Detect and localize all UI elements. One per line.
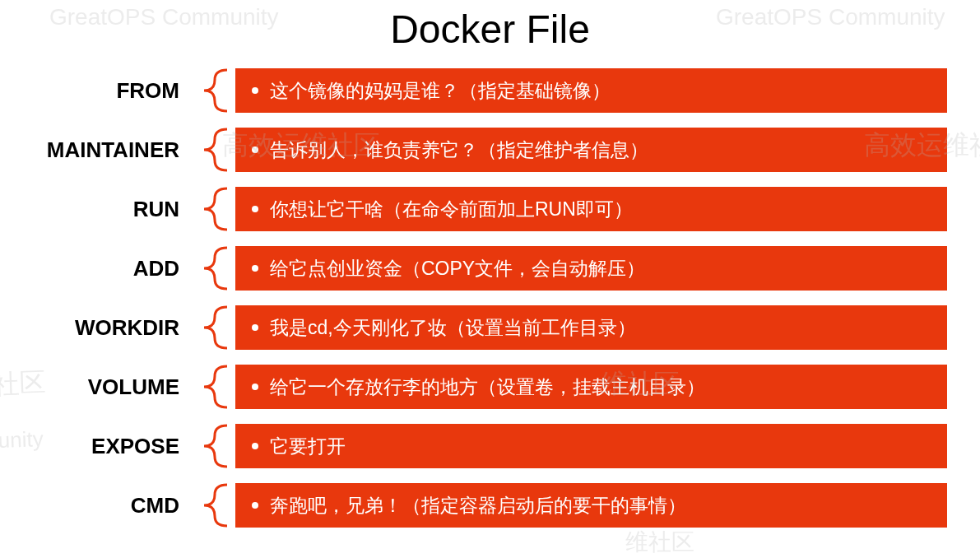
- description-text: 告诉别人，谁负责养它？（指定维护者信息）: [270, 137, 648, 163]
- diagram-row: CMD 奔跑吧，兄弟！（指定容器启动后的要干的事情）: [0, 483, 964, 528]
- command-description: 它要打开: [235, 424, 947, 468]
- brace-icon: [186, 365, 235, 409]
- description-text: 我是cd,今天刚化了妆（设置当前工作目录）: [270, 315, 636, 341]
- diagram-row: WORKDIR 我是cd,今天刚化了妆（设置当前工作目录）: [0, 305, 964, 350]
- diagram-content: FROM 这个镜像的妈妈是谁？（指定基础镜像） MAINTAINER 告诉别人，…: [0, 68, 980, 528]
- bullet-icon: [252, 87, 258, 94]
- brace-icon: [186, 68, 235, 113]
- brace-icon: [186, 305, 235, 350]
- bullet-icon: [252, 146, 258, 153]
- description-text: 奔跑吧，兄弟！（指定容器启动后的要干的事情）: [270, 493, 686, 518]
- bullet-icon: [252, 443, 258, 449]
- diagram-row: EXPOSE 它要打开: [0, 424, 964, 468]
- watermark: 维社区: [625, 527, 694, 558]
- bullet-icon: [252, 502, 258, 509]
- brace-icon: [186, 187, 235, 231]
- brace-icon: [186, 128, 235, 172]
- diagram-row: RUN 你想让它干啥（在命令前面加上RUN即可）: [0, 187, 964, 231]
- brace-icon: [186, 483, 235, 528]
- command-label: FROM: [0, 78, 186, 104]
- command-description: 奔跑吧，兄弟！（指定容器启动后的要干的事情）: [235, 483, 947, 528]
- page-title: Docker File: [0, 7, 980, 52]
- description-text: 它要打开: [270, 434, 346, 459]
- diagram-row: ADD 给它点创业资金（COPY文件，会自动解压）: [0, 246, 964, 291]
- command-label: ADD: [0, 256, 186, 281]
- command-label: MAINTAINER: [0, 137, 186, 163]
- command-description: 你想让它干啥（在命令前面加上RUN即可）: [235, 187, 947, 231]
- description-text: 你想让它干啥（在命令前面加上RUN即可）: [270, 197, 633, 222]
- bullet-icon: [252, 384, 258, 390]
- command-label: VOLUME: [0, 374, 186, 400]
- diagram-row: FROM 这个镜像的妈妈是谁？（指定基础镜像）: [0, 68, 964, 113]
- diagram-row: VOLUME 给它一个存放行李的地方（设置卷，挂载主机目录）: [0, 365, 964, 409]
- brace-icon: [186, 424, 235, 468]
- command-label: RUN: [0, 197, 186, 222]
- bullet-icon: [252, 206, 258, 212]
- description-text: 给它点创业资金（COPY文件，会自动解压）: [270, 256, 645, 281]
- command-description: 这个镜像的妈妈是谁？（指定基础镜像）: [235, 68, 947, 113]
- command-label: EXPOSE: [0, 434, 186, 459]
- bullet-icon: [252, 324, 258, 331]
- command-description: 给它点创业资金（COPY文件，会自动解压）: [235, 246, 947, 291]
- bullet-icon: [252, 265, 258, 272]
- command-label: CMD: [0, 493, 186, 518]
- command-description: 给它一个存放行李的地方（设置卷，挂载主机目录）: [235, 365, 947, 409]
- diagram-row: MAINTAINER 告诉别人，谁负责养它？（指定维护者信息）: [0, 128, 964, 172]
- brace-icon: [186, 246, 235, 291]
- description-text: 给它一个存放行李的地方（设置卷，挂载主机目录）: [270, 374, 705, 400]
- command-description: 告诉别人，谁负责养它？（指定维护者信息）: [235, 128, 947, 172]
- command-label: WORKDIR: [0, 315, 186, 341]
- command-description: 我是cd,今天刚化了妆（设置当前工作目录）: [235, 305, 947, 350]
- description-text: 这个镜像的妈妈是谁？（指定基础镜像）: [270, 78, 611, 104]
